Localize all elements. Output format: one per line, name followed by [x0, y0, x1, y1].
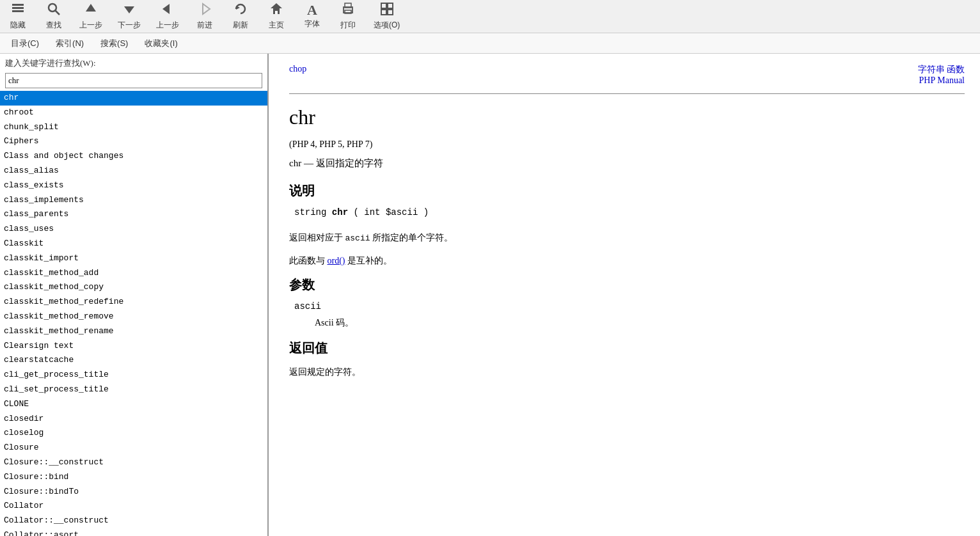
- top-right-links: 字符串 函数 PHP Manual: [913, 64, 965, 86]
- font-icon: A: [307, 3, 317, 17]
- hide-button[interactable]: 隐藏: [5, 1, 31, 32]
- svg-rect-12: [275, 11, 278, 14]
- page-title: chr: [289, 106, 965, 129]
- tab-toc[interactable]: 目录(C): [3, 33, 47, 53]
- section-description-title: 说明: [289, 182, 965, 200]
- right-arrow-icon: [198, 2, 212, 19]
- param-type: int: [364, 207, 380, 217]
- home-button[interactable]: 主页: [264, 1, 289, 32]
- list-item[interactable]: chunk_split: [0, 120, 267, 135]
- list-item[interactable]: classkit_method_copy: [0, 280, 267, 295]
- breadcrumb-link[interactable]: chop: [289, 64, 306, 74]
- up-arrow-icon: [84, 2, 98, 19]
- list-item[interactable]: Collator: [0, 499, 267, 514]
- list-item[interactable]: class_uses: [0, 222, 267, 237]
- list-item[interactable]: classkit_method_rename: [0, 324, 267, 339]
- list-item[interactable]: classkit_import: [0, 251, 267, 266]
- search-input[interactable]: [5, 73, 262, 88]
- options-icon: [380, 2, 394, 19]
- list-item[interactable]: CLONE: [0, 397, 267, 412]
- list-item[interactable]: cli_get_process_title: [0, 368, 267, 382]
- left-arrow-icon: [161, 2, 175, 19]
- param-name-syntax: $ascii: [386, 207, 418, 217]
- list-item[interactable]: closelog: [0, 426, 267, 441]
- svg-rect-0: [12, 4, 24, 6]
- function-description: chr — 返回指定的字符: [289, 157, 965, 169]
- list-item[interactable]: Closure::__construct: [0, 455, 267, 470]
- tab-bookmarks[interactable]: 收藏夹(I): [136, 33, 186, 53]
- list-item[interactable]: Classkit: [0, 237, 267, 251]
- string-functions-link[interactable]: 字符串 函数: [918, 65, 965, 74]
- list-item[interactable]: Ciphers: [0, 134, 267, 149]
- svg-rect-19: [388, 10, 393, 15]
- list-item[interactable]: class_alias: [0, 164, 267, 178]
- syntax-block: string chr ( int $ascii ): [294, 207, 965, 217]
- svg-marker-7: [162, 4, 170, 14]
- list-item[interactable]: classkit_method_remove: [0, 310, 267, 324]
- function-name-syntax: chr: [332, 207, 348, 217]
- svg-rect-17: [388, 3, 393, 8]
- php-manual-link[interactable]: PHP Manual: [918, 75, 965, 86]
- list-item[interactable]: cli_set_process_title: [0, 382, 267, 397]
- body-text-1: 返回相对应于 ascii 所指定的单个字符。: [289, 230, 965, 246]
- print-button[interactable]: 打印: [335, 1, 361, 32]
- right-panel[interactable]: chop 字符串 函数 PHP Manual chr (PHP 4, PHP 5…: [269, 54, 980, 536]
- ord-link[interactable]: ord(): [328, 256, 345, 265]
- svg-marker-9: [236, 6, 240, 10]
- return-type: string: [294, 207, 326, 217]
- list-item[interactable]: Closure: [0, 441, 267, 455]
- options-button[interactable]: 选项(O): [371, 1, 402, 32]
- svg-line-4: [56, 11, 60, 15]
- php-versions: (PHP 4, PHP 5, PHP 7): [289, 139, 965, 150]
- svg-marker-8: [203, 4, 210, 14]
- print-icon: [341, 2, 355, 19]
- list-item[interactable]: Collator::asort: [0, 528, 267, 536]
- next-step-button[interactable]: 下一步: [115, 1, 143, 32]
- svg-marker-5: [86, 4, 96, 12]
- svg-marker-10: [271, 3, 282, 8]
- svg-point-3: [49, 4, 56, 12]
- list-item[interactable]: closedir: [0, 412, 267, 427]
- font-button[interactable]: A 字体: [299, 2, 325, 31]
- find-icon: [47, 2, 61, 19]
- find-button[interactable]: 查找: [41, 1, 67, 32]
- param-ascii-desc: Ascii 码。: [315, 315, 965, 331]
- list-item[interactable]: chroot: [0, 106, 267, 120]
- list-item[interactable]: Closure::bindTo: [0, 485, 267, 500]
- refresh-icon: [233, 2, 248, 19]
- list-item[interactable]: Class and object changes: [0, 149, 267, 164]
- list-item[interactable]: Closure::bind: [0, 470, 267, 485]
- svg-rect-16: [381, 3, 386, 8]
- list-item[interactable]: classkit_method_redefine: [0, 295, 267, 310]
- svg-rect-15: [345, 10, 351, 13]
- hide-icon: [11, 2, 25, 19]
- left-panel: 建入关键字进行查找(W): chrchrootchunk_splitCipher…: [0, 54, 269, 536]
- down-arrow-icon: [122, 2, 136, 19]
- tab-search[interactable]: 搜索(S): [92, 33, 136, 53]
- tab-index[interactable]: 索引(N): [47, 33, 92, 53]
- list-container: chrchrootchunk_splitCiphersClass and obj…: [0, 91, 267, 536]
- prev-step-button[interactable]: 上一步: [77, 1, 105, 32]
- list-item[interactable]: class_parents: [0, 207, 267, 222]
- list-item[interactable]: classkit_method_add: [0, 266, 267, 281]
- list-item[interactable]: class_implements: [0, 193, 267, 208]
- main-area: 建入关键字进行查找(W): chrchrootchunk_splitCipher…: [0, 54, 980, 536]
- list-item[interactable]: Collator::__construct: [0, 514, 267, 528]
- list-scroll[interactable]: chrchrootchunk_splitCiphersClass and obj…: [0, 91, 267, 536]
- list-item[interactable]: class_exists: [0, 178, 267, 193]
- list-item[interactable]: Clearsign text: [0, 339, 267, 354]
- nav-tabs: 目录(C) 索引(N) 搜索(S) 收藏夹(I): [0, 33, 980, 54]
- forward-button[interactable]: 前进: [192, 1, 217, 32]
- search-label: 建入关键字进行查找(W):: [0, 54, 267, 70]
- param-ascii: ascii: [294, 301, 965, 311]
- refresh-button[interactable]: 刷新: [228, 1, 253, 32]
- list-item[interactable]: chr: [0, 91, 267, 106]
- home-icon: [269, 2, 283, 19]
- separator: [289, 93, 965, 94]
- section-return-title: 返回值: [289, 340, 965, 357]
- svg-rect-18: [381, 10, 386, 15]
- return-text: 返回规定的字符。: [289, 365, 965, 380]
- svg-rect-2: [12, 10, 24, 12]
- list-item[interactable]: clearstatcache: [0, 353, 267, 368]
- back-button[interactable]: 上一步: [154, 1, 182, 32]
